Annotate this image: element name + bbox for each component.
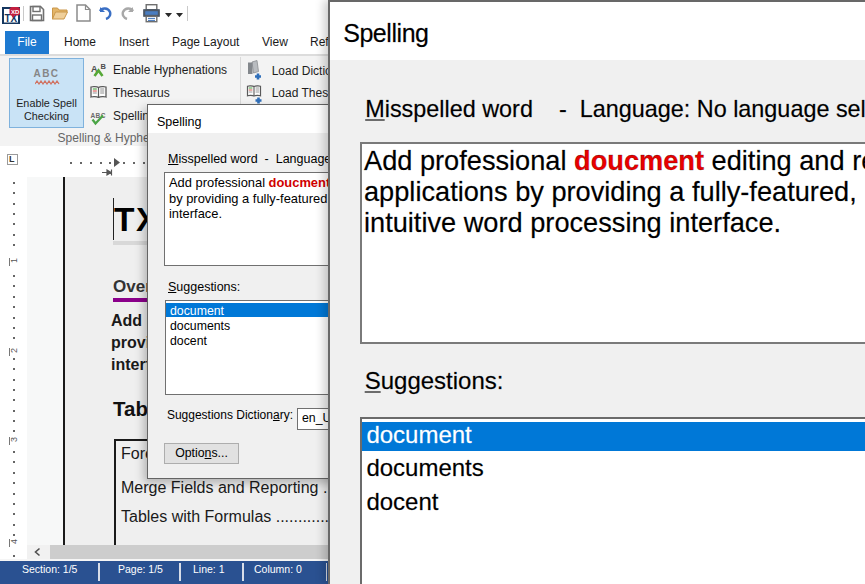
svg-text:2: 2	[9, 348, 19, 353]
svg-text:XD: XD	[11, 8, 20, 14]
svg-text:3: 3	[9, 437, 19, 442]
svg-text:4: 4	[9, 539, 19, 544]
svg-text:B: B	[101, 62, 107, 71]
svg-text:1: 1	[9, 258, 19, 263]
svg-text:ABC: ABC	[91, 112, 106, 119]
